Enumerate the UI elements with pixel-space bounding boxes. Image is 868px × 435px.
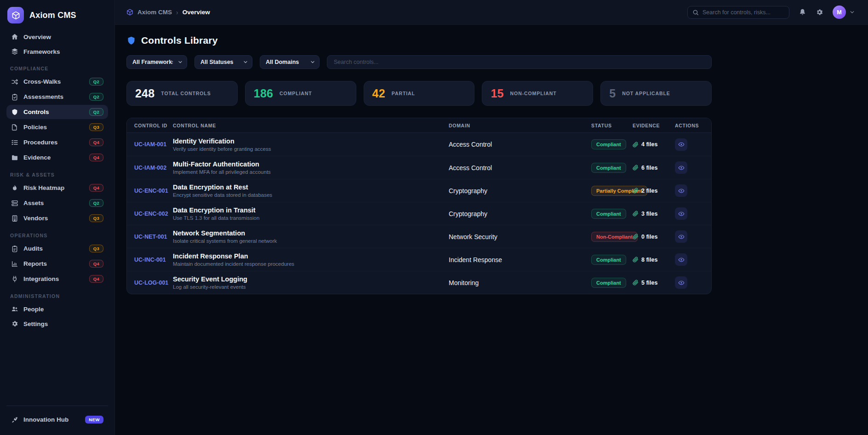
table-row-uc-inc-001[interactable]: UC-INC-001Incident Response PlanMaintain… [127, 248, 711, 271]
sidebar-item-label: Integrations [23, 275, 59, 282]
sidebar-item-label: People [23, 306, 44, 313]
sidebar-item-procedures[interactable]: ProceduresQ4 [6, 135, 108, 149]
topbar: Axiom CMS › Overview M [115, 0, 868, 25]
sidebar-item-label: Assets [23, 200, 44, 206]
sidebar-item-frameworks[interactable]: Frameworks [6, 45, 108, 58]
gear-icon[interactable] [816, 8, 823, 16]
control-domain: Cryptography [449, 187, 591, 195]
new-badge: NEW [85, 416, 103, 424]
status-cell: Compliant [591, 209, 633, 219]
view-control-button[interactable] [675, 253, 687, 266]
global-search [687, 6, 789, 19]
status-badge: Compliant [591, 163, 626, 173]
status-filter[interactable]: All Statuses [194, 55, 252, 69]
quarter-badge: Q4 [89, 138, 103, 146]
view-control-button[interactable] [675, 161, 687, 174]
evidence-count: 3 files [641, 211, 657, 217]
sidebar-item-people[interactable]: People [6, 302, 108, 316]
view-control-button[interactable] [675, 276, 687, 289]
control-name: Security Event Logging [173, 275, 449, 283]
stat-card-total-controls: 248TOTAL CONTROLS [126, 81, 238, 106]
view-control-button[interactable] [675, 230, 687, 243]
sidebar-item-innovation-hub[interactable]: Innovation Hub NEW [6, 412, 108, 427]
control-domain: Network Security [449, 233, 591, 240]
status-cell: Compliant [591, 255, 633, 265]
main-area: Axiom CMS › Overview M Controls Library … [115, 0, 868, 435]
user-menu[interactable]: M [833, 6, 855, 19]
sidebar-item-cross-walks[interactable]: Cross-WalksQ2 [6, 74, 108, 89]
domain-filter-wrap: All Domains [260, 55, 320, 69]
framework-filter[interactable]: All Frameworks [126, 55, 187, 69]
actions-cell [675, 253, 711, 266]
sidebar-item-label: Risk Heatmap [23, 184, 64, 191]
sidebar-item-vendors[interactable]: VendorsQ3 [6, 211, 108, 225]
paperclip-icon [633, 257, 639, 263]
breadcrumb-root[interactable]: Axiom CMS [137, 9, 172, 16]
table-row-uc-iam-001[interactable]: UC-IAM-001Identity VerificationVerify us… [127, 133, 711, 156]
app-title: Axiom CMS [29, 11, 76, 20]
table-row-uc-enc-002[interactable]: UC-ENC-002Data Encryption in TransitUse … [127, 202, 711, 225]
control-description: Use TLS 1.3 for all data transmission [173, 215, 449, 221]
sidebar-item-risk-heatmap[interactable]: Risk HeatmapQ4 [6, 181, 108, 195]
paperclip-icon [633, 188, 639, 194]
sidebar-item-reports[interactable]: ReportsQ4 [6, 257, 108, 271]
sidebar-item-assessments[interactable]: AssessmentsQ2 [6, 90, 108, 104]
cube-icon [126, 9, 133, 16]
evidence-count: 0 files [641, 234, 657, 240]
app-logo[interactable]: Axiom CMS [6, 7, 108, 30]
table-row-uc-enc-001[interactable]: UC-ENC-001Data Encryption at RestEncrypt… [127, 179, 711, 202]
view-control-button[interactable] [675, 138, 687, 151]
avatar[interactable]: M [833, 6, 846, 19]
control-description: Encrypt sensitive data stored in databas… [173, 192, 449, 198]
bell-icon[interactable] [799, 8, 806, 16]
evidence-count: 8 files [641, 257, 657, 263]
view-control-button[interactable] [675, 184, 687, 197]
eye-icon [678, 280, 685, 286]
control-domain: Cryptography [449, 210, 591, 218]
paperclip-icon [633, 280, 639, 286]
actions-cell [675, 138, 711, 151]
sidebar-item-settings[interactable]: Settings [6, 317, 108, 331]
breadcrumb: Axiom CMS › Overview [126, 9, 210, 16]
sidebar-item-policies[interactable]: PoliciesQ3 [6, 120, 108, 134]
status-badge: Compliant [591, 255, 626, 265]
table-row-uc-log-001[interactable]: UC-LOG-001Security Event LoggingLog all … [127, 271, 711, 294]
control-name-cell: Network SegmentationIsolate critical sys… [173, 229, 449, 244]
stat-card-compliant: 186COMPLIANT [245, 81, 356, 106]
stat-value: 5 [609, 87, 616, 100]
control-id: UC-INC-001 [134, 257, 173, 263]
domain-filter[interactable]: All Domains [260, 55, 320, 69]
paperclip-icon [633, 211, 639, 217]
sidebar-item-label: Policies [23, 124, 47, 131]
sidebar-item-label: Settings [23, 321, 48, 327]
quarter-badge: Q3 [89, 245, 103, 252]
quarter-badge: Q2 [89, 199, 103, 207]
sidebar-item-overview[interactable]: Overview [6, 30, 108, 44]
layers-icon [11, 48, 18, 55]
column-header-actions: ACTIONS [675, 123, 711, 128]
eye-icon [678, 141, 685, 148]
view-control-button[interactable] [675, 207, 687, 220]
sidebar-item-audits[interactable]: AuditsQ3 [6, 241, 108, 256]
chevron-down-icon [849, 9, 855, 15]
evidence-cell: 2 files [633, 188, 675, 194]
server-icon [11, 200, 18, 207]
table-row-uc-iam-002[interactable]: UC-IAM-002Multi-Factor AuthenticationImp… [127, 156, 711, 179]
control-domain: Access Control [449, 141, 591, 148]
status-cell: Non-Compliant [591, 232, 633, 242]
evidence-count: 6 files [641, 165, 657, 171]
plug-icon [11, 275, 18, 283]
sidebar-item-assets[interactable]: AssetsQ2 [6, 196, 108, 210]
sidebar-item-integrations[interactable]: IntegrationsQ4 [6, 272, 108, 286]
table-row-uc-net-001[interactable]: UC-NET-001Network SegmentationIsolate cr… [127, 225, 711, 248]
controls-search-input[interactable] [327, 55, 712, 69]
building-icon [11, 215, 18, 222]
control-name: Incident Response Plan [173, 252, 449, 260]
control-description: Log all security-relevant events [173, 284, 449, 290]
sidebar-item-controls[interactable]: ControlsQ2 [6, 105, 108, 119]
quarter-badge: Q2 [89, 78, 103, 86]
users-icon [11, 305, 18, 313]
sidebar-item-evidence[interactable]: EvidenceQ4 [6, 150, 108, 165]
global-search-input[interactable] [702, 9, 784, 16]
control-id: UC-IAM-002 [134, 165, 173, 171]
